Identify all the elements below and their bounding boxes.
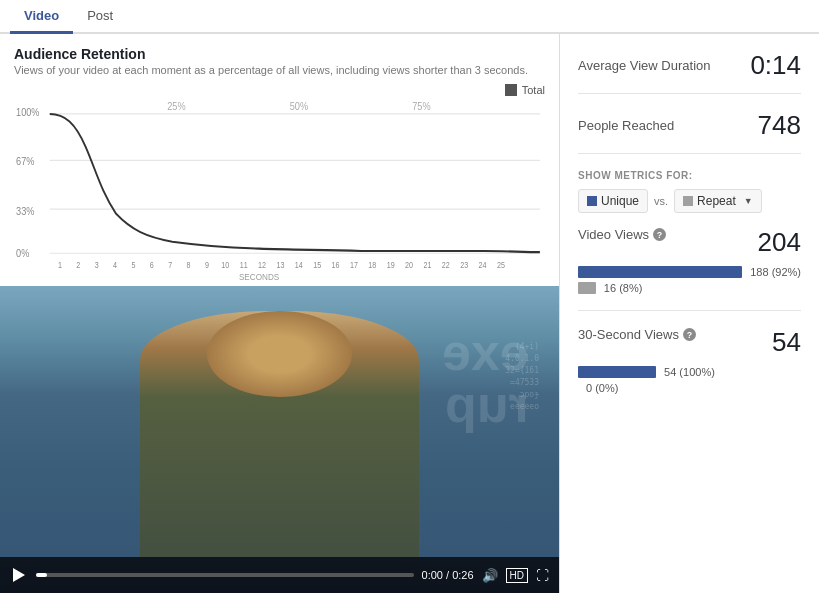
svg-text:13: 13 bbox=[276, 261, 284, 271]
svg-text:5: 5 bbox=[131, 261, 135, 271]
retention-chart: 100% 67% 33% 0% 25% 50% 75% bbox=[14, 100, 545, 280]
video-background: exerup (4+i) 4.0.1.0 32={161 =47533 ɔpoɟ… bbox=[0, 286, 559, 593]
svg-text:20: 20 bbox=[405, 261, 413, 271]
thirty-sec-unique-bar bbox=[578, 366, 656, 378]
svg-text:18: 18 bbox=[368, 261, 376, 271]
svg-text:25: 25 bbox=[497, 261, 505, 271]
svg-text:24: 24 bbox=[479, 261, 488, 271]
video-views-repeat-bar bbox=[578, 282, 596, 294]
time-total: 0:26 bbox=[452, 569, 473, 581]
svg-text:23: 23 bbox=[460, 261, 468, 271]
unique-dot-icon bbox=[587, 196, 597, 206]
svg-text:7: 7 bbox=[168, 261, 172, 271]
retention-chart-svg: 100% 67% 33% 0% 25% 50% 75% bbox=[14, 100, 545, 280]
metrics-toggle: Unique vs. Repeat ▼ bbox=[578, 189, 801, 213]
legend-box-icon bbox=[505, 84, 517, 96]
thirty-sec-repeat-label: 0 (0%) bbox=[586, 382, 618, 394]
video-views-label-text: Video Views bbox=[578, 227, 649, 242]
svg-text:21: 21 bbox=[423, 261, 431, 271]
tab-post[interactable]: Post bbox=[73, 0, 127, 34]
svg-text:9: 9 bbox=[205, 261, 209, 271]
tab-video[interactable]: Video bbox=[10, 0, 73, 34]
thirty-sec-repeat-bar-row: 0 (0%) bbox=[578, 382, 801, 394]
progress-bar[interactable] bbox=[36, 573, 414, 577]
volume-button[interactable]: 🔊 bbox=[482, 568, 498, 583]
video-views-label: Video Views ? bbox=[578, 227, 666, 242]
repeat-toggle-button[interactable]: Repeat ▼ bbox=[674, 189, 762, 213]
hd-badge[interactable]: HD bbox=[506, 568, 528, 583]
svg-text:2: 2 bbox=[76, 261, 80, 271]
svg-text:25%: 25% bbox=[167, 101, 186, 113]
video-views-unique-count: 188 bbox=[750, 266, 768, 278]
thirty-sec-unique-count: 54 bbox=[664, 366, 676, 378]
video-views-section: Video Views ? 204 188 (92%) 16 (8%) bbox=[578, 227, 801, 311]
svg-text:75%: 75% bbox=[412, 101, 431, 113]
video-views-unique-label: 188 (92%) bbox=[750, 266, 801, 278]
svg-text:50%: 50% bbox=[290, 101, 309, 113]
thirty-sec-views-section: 30-Second Views ? 54 54 (100%) 0 (0%) bbox=[578, 327, 801, 394]
svg-text:15: 15 bbox=[313, 261, 321, 271]
avg-view-duration-value: 0:14 bbox=[750, 50, 801, 81]
people-reached-value: 748 bbox=[758, 110, 801, 141]
video-views-repeat-count: 16 bbox=[604, 282, 616, 294]
repeat-label: Repeat bbox=[697, 194, 736, 208]
svg-text:SECONDS: SECONDS bbox=[239, 272, 280, 280]
progress-fill bbox=[36, 573, 47, 577]
svg-text:33%: 33% bbox=[16, 205, 35, 217]
right-panel: Average View Duration 0:14 People Reache… bbox=[560, 34, 819, 593]
left-panel: Audience Retention Views of your video a… bbox=[0, 34, 560, 593]
thirty-sec-unique-bar-row: 54 (100%) bbox=[578, 366, 801, 378]
svg-text:100%: 100% bbox=[16, 107, 40, 119]
svg-text:16: 16 bbox=[332, 261, 340, 271]
show-metrics-section: SHOW METRICS FOR: Unique vs. Repeat ▼ bbox=[578, 170, 801, 213]
video-views-value: 204 bbox=[758, 227, 801, 258]
unique-label: Unique bbox=[601, 194, 639, 208]
chart-legend: Total bbox=[14, 84, 545, 96]
thirty-sec-unique-label: 54 (100%) bbox=[664, 366, 715, 378]
video-controls: 0:00 / 0:26 🔊 HD ⛶ bbox=[0, 557, 559, 593]
top-tabs-bar: Video Post bbox=[0, 0, 819, 34]
svg-text:14: 14 bbox=[295, 261, 304, 271]
video-views-repeat-pct: (8%) bbox=[619, 282, 642, 294]
thirty-sec-repeat-pct: (0%) bbox=[595, 382, 618, 394]
fullscreen-button[interactable]: ⛶ bbox=[536, 568, 549, 583]
svg-text:19: 19 bbox=[387, 261, 395, 271]
svg-text:0%: 0% bbox=[16, 247, 30, 259]
svg-text:8: 8 bbox=[187, 261, 191, 271]
video-player: exerup (4+i) 4.0.1.0 32={161 =47533 ɔpoɟ… bbox=[0, 286, 559, 593]
svg-text:12: 12 bbox=[258, 261, 266, 271]
play-icon bbox=[13, 568, 25, 582]
chart-title: Audience Retention bbox=[14, 46, 545, 62]
svg-text:67%: 67% bbox=[16, 155, 35, 167]
avg-view-duration-row: Average View Duration 0:14 bbox=[578, 50, 801, 94]
legend-label: Total bbox=[522, 84, 545, 96]
svg-text:4: 4 bbox=[113, 261, 118, 271]
show-metrics-label: SHOW METRICS FOR: bbox=[578, 170, 801, 181]
thirty-sec-header: 30-Second Views ? 54 bbox=[578, 327, 801, 358]
thirty-sec-repeat-count: 0 bbox=[586, 382, 592, 394]
svg-text:6: 6 bbox=[150, 261, 154, 271]
thirty-sec-info-icon[interactable]: ? bbox=[683, 328, 696, 341]
vs-text: vs. bbox=[654, 195, 668, 207]
unique-toggle-button[interactable]: Unique bbox=[578, 189, 648, 213]
person-head bbox=[207, 311, 352, 397]
repeat-dot-icon bbox=[683, 196, 693, 206]
video-views-header: Video Views ? 204 bbox=[578, 227, 801, 258]
people-reached-row: People Reached 748 bbox=[578, 110, 801, 154]
video-views-unique-bar-row: 188 (92%) bbox=[578, 266, 801, 278]
play-button[interactable] bbox=[10, 566, 28, 584]
dropdown-icon: ▼ bbox=[744, 196, 753, 206]
svg-text:10: 10 bbox=[221, 261, 229, 271]
video-views-unique-pct: (92%) bbox=[772, 266, 801, 278]
svg-text:1: 1 bbox=[58, 261, 62, 271]
time-display: 0:00 / 0:26 bbox=[422, 569, 474, 581]
thirty-sec-unique-pct: (100%) bbox=[679, 366, 714, 378]
thirty-sec-label-text: 30-Second Views bbox=[578, 327, 679, 342]
video-views-info-icon[interactable]: ? bbox=[653, 228, 666, 241]
avg-view-duration-label: Average View Duration bbox=[578, 58, 711, 73]
svg-text:3: 3 bbox=[95, 261, 99, 271]
video-views-unique-bar bbox=[578, 266, 742, 278]
video-views-repeat-label: 16 (8%) bbox=[604, 282, 643, 294]
svg-text:22: 22 bbox=[442, 261, 450, 271]
time-current: 0:00 bbox=[422, 569, 443, 581]
